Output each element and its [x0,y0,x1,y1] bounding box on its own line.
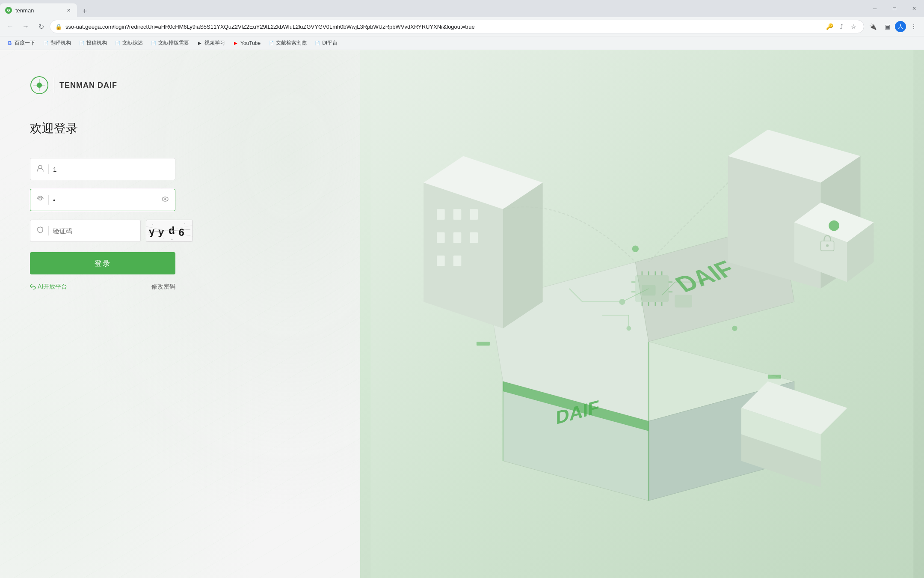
svg-rect-52 [437,256,445,266]
link-icon [30,284,36,290]
back-icon: ← [7,23,14,30]
username-input-wrapper [30,158,175,180]
svg-point-15 [152,224,153,225]
svg-point-62 [826,244,829,247]
star-icon[interactable]: ☆ [848,21,859,32]
baidu-favicon: B [7,40,13,46]
svg-point-60 [829,220,840,231]
url-text: sso-uat.geega.com/login?redirectUri=aHR0… [65,24,821,30]
svg-point-71 [732,326,737,331]
svg-rect-46 [437,209,445,220]
address-bar[interactable]: 🔒 sso-uat.geega.com/login?redirectUri=aH… [50,20,864,33]
forward-button[interactable]: → [19,20,33,33]
captcha-row: y y d 6 [30,220,175,242]
bookmark-label: 文献排版需要 [158,39,189,47]
password-icon [36,195,44,205]
literature-favicon: 📄 [115,40,121,46]
toolbar-actions: 🔌 ▣ 人 ⋮ [866,20,921,33]
svg-rect-72 [636,275,669,302]
svg-point-70 [632,246,639,252]
captcha-image[interactable]: y y d 6 [146,220,193,242]
password-input[interactable] [53,197,157,204]
change-password-link[interactable]: 修改密码 [151,283,175,291]
tab-row: G tenman ✕ + ─ □ ✕ [0,0,924,17]
tab-title: tenman [15,7,62,14]
logo-divider [54,77,54,93]
captcha-input[interactable] [53,227,134,235]
share-icon[interactable]: ⤴ [836,21,847,32]
hero-illustration: DAIF DAIF [360,50,924,578]
bookmark-literature[interactable]: 📄 文献综述 [111,38,146,49]
ai-platform-label: AI开放平台 [38,283,67,291]
bookmark-video[interactable]: ▶ 视频学习 [193,38,228,49]
bookmark-baidu[interactable]: B 百度一下 [3,38,38,49]
login-button[interactable]: 登录 [30,252,175,274]
youtube-favicon: ▶ [233,40,239,46]
svg-rect-47 [453,209,462,220]
svg-point-36 [700,280,704,284]
user-icon [36,164,44,174]
browser-chrome: G tenman ✕ + ─ □ ✕ ← → ↻ 🔒 sso-uat.geega… [0,0,924,50]
svg-point-18 [163,238,164,238]
svg-point-39 [627,326,631,330]
username-group [30,158,175,180]
shield-icon [36,226,44,236]
new-tab-button[interactable]: + [79,5,91,17]
back-button[interactable]: ← [3,20,17,33]
password-input-wrapper [30,189,175,211]
browser-toolbar: ← → ↻ 🔒 sso-uat.geega.com/login?redirect… [0,17,924,36]
extensions-icon[interactable]: 🔌 [866,20,880,33]
bookmark-youtube[interactable]: ▶ YouTube [229,38,264,49]
tab-close-button[interactable]: ✕ [65,7,72,14]
bookmark-label: 翻译机构 [50,39,71,47]
show-password-icon[interactable] [161,195,169,205]
logo-icon [30,76,49,95]
svg-point-16 [172,239,173,240]
key-icon[interactable]: 🔑 [824,21,835,32]
svg-rect-53 [453,256,462,266]
bookmark-submit[interactable]: 📄 投稿机构 [75,38,110,49]
links-row: AI开放平台 修改密码 [30,283,175,291]
omnibox-actions: 🔑 ⤴ ☆ [824,21,859,32]
svg-point-17 [184,223,185,224]
maximize-button[interactable]: □ [885,2,904,15]
sidebar-icon[interactable]: ▣ [880,20,894,33]
window-controls: ─ □ ✕ [865,2,924,17]
video-favicon: ▶ [197,40,203,46]
page-content: TENMAN DAIF 欢迎登录 [0,50,924,578]
more-menu-button[interactable]: ⋮ [907,20,921,33]
bookmark-label: 视频学习 [204,39,225,47]
translate-favicon: 📄 [43,40,49,46]
bookmark-label: 文献综述 [122,39,143,47]
bookmark-search[interactable]: 📄 文献检索浏览 [265,38,310,49]
username-input[interactable] [53,166,169,173]
welcome-title: 欢迎登录 [30,120,78,137]
refresh-icon: ↻ [38,23,44,31]
bookmark-label: YouTube [240,40,261,46]
refresh-button[interactable]: ↻ [34,20,48,33]
hero-svg: DAIF DAIF [360,50,924,578]
submit-favicon: 📄 [79,40,85,46]
logo-area: TENMAN DAIF [30,76,117,95]
browser-tab[interactable]: G tenman ✕ [0,3,77,17]
logo-text: TENMAN DAIF [59,81,117,90]
close-button[interactable]: ✕ [904,2,924,15]
svg-rect-69 [768,375,781,378]
input-divider-3 [48,226,49,235]
svg-point-32 [620,299,625,304]
bookmark-translate[interactable]: 📄 翻译机构 [39,38,74,49]
input-divider-2 [48,195,49,205]
bookmarks-bar: B 百度一下 📄 翻译机构 📄 投稿机构 📄 文献综述 📄 文献排版需要 ▶ 视… [0,36,924,50]
svg-rect-48 [470,209,478,220]
di-favicon: 📄 [314,40,320,46]
svg-rect-41 [675,295,692,307]
bookmark-label: 百度一下 [15,39,35,47]
svg-text:6: 6 [178,226,185,238]
captcha-input-wrapper [30,220,141,242]
minimize-button[interactable]: ─ [865,2,885,15]
ai-platform-link[interactable]: AI开放平台 [30,283,67,291]
search-favicon: 📄 [268,40,274,46]
bookmark-di[interactable]: 📄 DI平台 [311,38,341,49]
profile-button[interactable]: 人 [895,21,906,32]
bookmark-typeset[interactable]: 📄 文献排版需要 [147,38,192,49]
